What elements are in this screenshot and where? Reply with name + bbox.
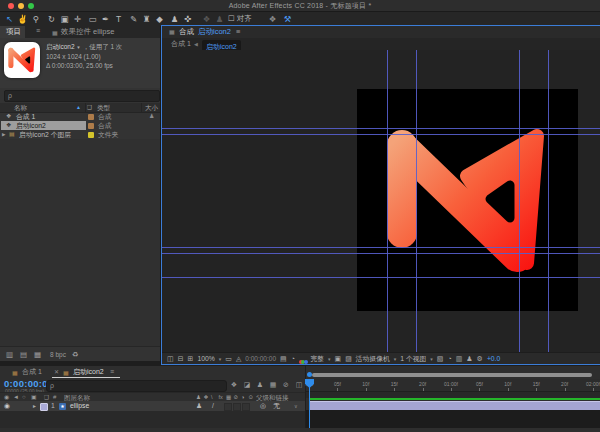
shared-view-icon[interactable]: ⊞	[188, 355, 194, 363]
clone-stamp-tool-icon[interactable]: ♜	[140, 12, 153, 26]
fast-previews-icon[interactable]: ◔	[447, 355, 451, 362]
interpret-footage-icon[interactable]: ▥	[6, 350, 13, 359]
breadcrumb-parent[interactable]: 合成 1	[171, 38, 191, 50]
flowchart-button-icon[interactable]: ♟	[466, 355, 472, 363]
layer-expander-icon[interactable]: ►	[32, 401, 37, 411]
tab-effect-controls[interactable]: 效果控件 ellipse	[61, 26, 114, 38]
camera-tool-icon[interactable]: ▣	[58, 12, 71, 26]
project-row-layers-folder[interactable]: ▶ ▤ 启动icon2 个图层 文件夹	[0, 130, 160, 139]
info-caret-icon[interactable]: ▼	[76, 45, 80, 50]
comp-panel-menu-icon[interactable]: ≡	[236, 26, 240, 38]
parent-dropdown-caret-icon[interactable]: ∨	[294, 401, 298, 411]
show-channel-icon[interactable]	[299, 352, 307, 364]
roto-brush-tool-icon[interactable]: ♟	[168, 12, 181, 26]
navigator-start-handle[interactable]	[307, 372, 312, 377]
rotate-tool-icon[interactable]: ↻	[45, 12, 58, 26]
layer-label-swatch[interactable]	[40, 403, 48, 411]
time-ruler[interactable]: :00f05f10f15f20f01:00f05f10f15f20f02:00f	[306, 379, 600, 392]
zoom-tool-icon[interactable]: ⚲	[29, 12, 42, 26]
layer-quality-icon[interactable]: /	[212, 401, 214, 411]
transparency-grid-icon[interactable]: ▨	[345, 355, 352, 363]
item-type: 合成	[98, 121, 112, 130]
label-column-icon[interactable]: ❑	[87, 104, 92, 110]
project-search-input[interactable]: ρ	[4, 90, 160, 102]
project-row-comp1[interactable]: ❖ 合成 1 合成 ♟	[0, 112, 160, 121]
vertical-guide	[519, 50, 520, 352]
exposure-value[interactable]: +0.0	[487, 355, 500, 362]
tab-composition[interactable]: 合成	[179, 26, 194, 38]
composition-viewer[interactable]	[162, 50, 600, 352]
resolution-caret[interactable]: ▾	[328, 356, 331, 362]
project-row-qidongicon2[interactable]: ❖ 启动icon2 合成	[0, 121, 160, 130]
grid-guides-icon[interactable]: ▭	[225, 355, 232, 363]
show-snapshot-icon[interactable]: ◔	[291, 355, 295, 362]
share-screen-icon[interactable]: ❖	[266, 12, 279, 26]
tab-project[interactable]: 项目	[0, 26, 25, 38]
camera-view-value[interactable]: 活动摄像机	[356, 354, 390, 364]
rectangle-tool-icon[interactable]: ▭	[86, 12, 99, 26]
comp-flowchart-icon[interactable]: ❖	[228, 380, 240, 390]
layer-row-ellipse[interactable]: ◉ ► 1 ★ ellipse ♟ / ◎ 无 ∨	[0, 401, 305, 411]
align-checkbox[interactable]: ☐ 对齐	[228, 12, 252, 26]
pen-tool-icon[interactable]: ✒	[99, 12, 112, 26]
ruler-label: 20f	[561, 381, 568, 387]
new-folder-icon[interactable]: ▤	[20, 350, 27, 359]
motion-blur-icon[interactable]: ⊘	[280, 380, 292, 390]
layer-shy-icon[interactable]: ♟	[196, 401, 202, 411]
graph-editor-icon[interactable]: ◫	[293, 380, 305, 390]
brush-tool-icon[interactable]: ✎	[127, 12, 140, 26]
main-viewer-icon[interactable]: ⊟	[178, 355, 184, 363]
layer-number: 1	[51, 401, 55, 411]
layer-name[interactable]: ellipse	[70, 401, 89, 411]
preview-timecode[interactable]: 0:00:00:00	[245, 355, 276, 362]
frame-blending-icon[interactable]: ▦	[267, 380, 279, 390]
timeline-button-icon[interactable]: ▥	[456, 355, 463, 363]
switch-cell[interactable]	[224, 403, 232, 411]
puppet-pin-tool-icon[interactable]: ✜	[181, 12, 194, 26]
eye-icon[interactable]: ◉	[4, 401, 10, 411]
camera-view-caret[interactable]: ▾	[394, 356, 397, 362]
new-composition-icon[interactable]: ▦	[34, 350, 41, 359]
text-tool-icon[interactable]: T	[112, 12, 125, 26]
ruler-tick	[536, 388, 537, 391]
resolution-value[interactable]: 完整	[310, 354, 324, 364]
timeline-empty-area	[0, 411, 305, 428]
reset-exposure-icon[interactable]: ⚙	[477, 355, 483, 363]
sort-ascending-icon[interactable]: ▲	[76, 104, 81, 110]
project-bpc-button[interactable]: 8 bpc	[50, 351, 66, 358]
trash-icon[interactable]: ♻	[72, 350, 79, 359]
pickwhip-icon[interactable]: ◎	[260, 401, 266, 411]
tab-timeline-comp1[interactable]: 合成 1	[22, 366, 42, 378]
pixel-aspect-icon[interactable]: ▧	[437, 355, 444, 363]
tab-composition-name[interactable]: 启动icon2	[198, 26, 231, 38]
label-color-swatch[interactable]	[88, 132, 94, 138]
magnification-caret[interactable]: ▾	[219, 356, 222, 362]
view-layout-caret[interactable]: ▾	[430, 356, 433, 362]
ruler-label: 02:00f	[586, 381, 600, 387]
footage-thumbnail[interactable]	[4, 42, 40, 78]
parent-dropdown[interactable]: 无	[273, 401, 280, 411]
hide-shy-icon[interactable]: ♟	[254, 380, 266, 390]
view-layout-value[interactable]: 1 个视图	[400, 354, 426, 364]
pan-behind-tool-icon[interactable]: ✛	[71, 12, 84, 26]
project-panel-menu-icon[interactable]: ≡	[36, 27, 40, 34]
draft-3d-icon[interactable]: ◪	[241, 380, 253, 390]
expand-arrow-icon[interactable]: ▶	[2, 130, 5, 139]
eraser-tool-icon[interactable]: ◆	[153, 12, 166, 26]
region-of-interest-icon[interactable]: ▣	[335, 355, 342, 363]
layer-duration-bar[interactable]	[309, 401, 600, 410]
magnification-value[interactable]: 100%	[197, 355, 214, 362]
switch-cell[interactable]	[233, 403, 241, 411]
selection-tool-icon[interactable]: ↖	[3, 12, 16, 26]
switch-cell[interactable]	[242, 403, 250, 411]
workspace-search-icon[interactable]: ⚒	[281, 12, 294, 26]
align-label: 对齐	[237, 14, 252, 23]
timeline-search-input[interactable]: ρ	[46, 380, 227, 392]
timeline-navigator-bar[interactable]	[312, 373, 592, 377]
mask-visibility-icon[interactable]: ◬	[236, 355, 241, 363]
hand-tool-icon[interactable]: ✌	[16, 12, 29, 26]
label-color-swatch[interactable]	[88, 114, 94, 120]
label-color-swatch[interactable]	[88, 123, 94, 129]
snapshot-icon[interactable]: ▤	[280, 355, 287, 363]
always-preview-icon[interactable]: ◫	[167, 355, 174, 363]
